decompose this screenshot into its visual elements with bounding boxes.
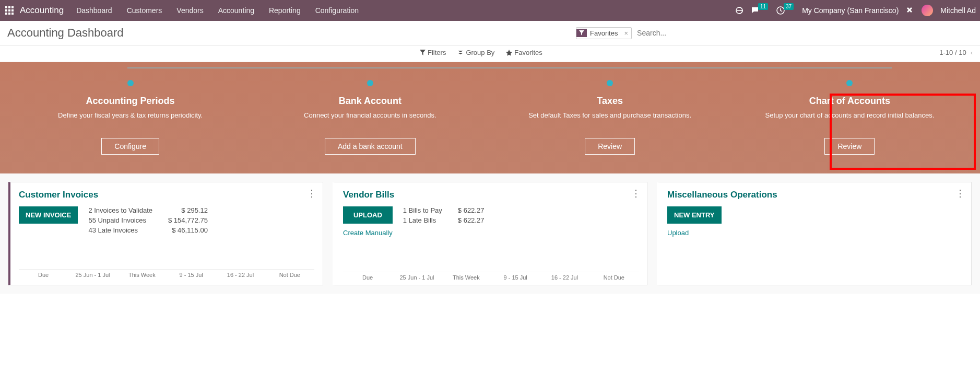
filter-icon bbox=[576, 29, 587, 37]
svg-rect-1 bbox=[8, 6, 10, 8]
facet-label: Favorites bbox=[587, 28, 621, 39]
step-taxes: Taxes Set default Taxes for sales and pu… bbox=[521, 80, 699, 155]
stat-label[interactable]: 43 Late Invoices bbox=[88, 226, 152, 234]
upload-link[interactable]: Upload bbox=[667, 229, 963, 237]
stat-amount: $ 295.12 bbox=[168, 206, 208, 214]
pager-prev[interactable]: ‹ bbox=[971, 49, 973, 56]
menu-customers[interactable]: Customers bbox=[125, 2, 164, 19]
x-label: 25 Jun - 1 Jul bbox=[392, 274, 441, 281]
search-area: Favorites × bbox=[576, 27, 973, 39]
x-label: Not Due bbox=[265, 272, 314, 278]
step-desc: Set default Taxes for sales and purchase… bbox=[521, 111, 699, 130]
stat-amount: $ 622.27 bbox=[458, 216, 485, 224]
review-coa-button[interactable]: Review bbox=[824, 138, 875, 155]
upload-button[interactable]: UPLOAD bbox=[343, 206, 393, 224]
svg-rect-8 bbox=[11, 13, 14, 15]
card-menu-icon[interactable]: ⋮ bbox=[307, 188, 316, 199]
user-name[interactable]: Mitchell Ad bbox=[940, 6, 976, 15]
step-title: Accounting Periods bbox=[42, 96, 219, 107]
step-title: Taxes bbox=[521, 96, 699, 107]
step-desc: Connect your financial accounts in secon… bbox=[281, 111, 459, 130]
step-accounting-periods: Accounting Periods Define your fiscal ye… bbox=[42, 80, 219, 155]
topbar-right: 11 37 My Company (San Francisco) Mitchel… bbox=[735, 5, 976, 16]
step-line bbox=[127, 67, 892, 68]
chart-xaxis: Due 25 Jun - 1 Jul This Week 9 - 15 Jul … bbox=[343, 274, 639, 281]
card-vendor-bills: Vendor Bills ⋮ UPLOAD Create Manually 1 … bbox=[333, 182, 647, 285]
menu-reporting[interactable]: Reporting bbox=[267, 2, 303, 19]
svg-rect-5 bbox=[11, 9, 14, 11]
app-title[interactable]: Accounting bbox=[20, 5, 64, 16]
stat-label[interactable]: 2 Invoices to Validate bbox=[88, 206, 152, 214]
stat-label[interactable]: 55 Unpaid Invoices bbox=[88, 216, 152, 224]
debug-icon[interactable] bbox=[906, 6, 914, 15]
search-facet-favorites: Favorites × bbox=[576, 27, 632, 39]
company-switcher[interactable]: My Company (San Francisco) bbox=[802, 6, 899, 15]
configure-button[interactable]: Configure bbox=[101, 138, 159, 155]
card-title[interactable]: Miscellaneous Operations bbox=[667, 190, 963, 200]
onboarding-banner: Accounting Periods Define your fiscal ye… bbox=[0, 62, 980, 173]
step-dot bbox=[367, 80, 373, 86]
control-panel: Accounting Dashboard Favorites × bbox=[0, 21, 980, 45]
svg-rect-2 bbox=[11, 6, 14, 8]
menu-accounting[interactable]: Accounting bbox=[216, 2, 256, 19]
add-bank-account-button[interactable]: Add a bank account bbox=[325, 138, 416, 155]
messages-badge: 11 bbox=[758, 3, 768, 10]
messages-icon[interactable]: 11 bbox=[751, 6, 769, 15]
new-invoice-button[interactable]: NEW INVOICE bbox=[19, 206, 78, 224]
x-label: 9 - 15 Jul bbox=[167, 272, 216, 278]
favorites-label: Favorites bbox=[514, 49, 542, 56]
create-manually-link[interactable]: Create Manually bbox=[343, 229, 393, 237]
stat-label[interactable]: 1 Late Bills bbox=[403, 216, 442, 224]
x-label: Due bbox=[19, 272, 68, 278]
bar-chart-bills bbox=[343, 246, 639, 272]
step-dot bbox=[607, 80, 613, 86]
x-label: This Week bbox=[442, 274, 491, 281]
svg-rect-3 bbox=[5, 9, 7, 11]
search-input[interactable] bbox=[635, 27, 973, 39]
menu-dashboard[interactable]: Dashboard bbox=[74, 2, 114, 19]
step-chart-of-accounts: Chart of Accounts Setup your chart of ac… bbox=[761, 80, 938, 155]
dashboard-kanban: Customer Invoices ⋮ NEW INVOICE 2 Invoic… bbox=[0, 173, 980, 294]
activities-icon[interactable]: 37 bbox=[776, 6, 795, 15]
filters-button[interactable]: Filters bbox=[420, 49, 446, 56]
svg-rect-4 bbox=[8, 9, 10, 11]
main-menu: Dashboard Customers Vendors Accounting R… bbox=[74, 2, 361, 19]
svg-rect-0 bbox=[5, 6, 7, 8]
filters-label: Filters bbox=[428, 49, 446, 56]
menu-vendors[interactable]: Vendors bbox=[174, 2, 205, 19]
card-title[interactable]: Customer Invoices bbox=[19, 190, 314, 200]
step-title: Bank Account bbox=[281, 96, 459, 107]
card-menu-icon[interactable]: ⋮ bbox=[631, 188, 641, 199]
stat-label[interactable]: 1 Bills to Pay bbox=[403, 206, 442, 214]
groupby-button[interactable]: Group By bbox=[457, 49, 494, 56]
topbar: Accounting Dashboard Customers Vendors A… bbox=[0, 0, 980, 21]
breadcrumb: Accounting Dashboard bbox=[7, 26, 124, 40]
favorites-button[interactable]: Favorites bbox=[506, 49, 542, 56]
pager: 1-10 / 10 ‹ bbox=[939, 49, 973, 56]
x-label: 16 - 22 Jul bbox=[540, 274, 589, 281]
pager-text[interactable]: 1-10 / 10 bbox=[939, 49, 966, 56]
apps-icon[interactable] bbox=[4, 5, 15, 16]
facet-remove[interactable]: × bbox=[621, 29, 631, 37]
groupby-label: Group By bbox=[466, 49, 494, 56]
x-label: 16 - 22 Jul bbox=[216, 272, 265, 278]
card-customer-invoices: Customer Invoices ⋮ NEW INVOICE 2 Invoic… bbox=[8, 182, 323, 285]
filter-row: Filters Group By Favorites 1-10 / 10 ‹ bbox=[0, 45, 980, 62]
avatar[interactable] bbox=[922, 5, 933, 16]
x-label: 9 - 15 Jul bbox=[491, 274, 540, 281]
step-dot bbox=[127, 80, 134, 86]
stat-amount: $ 622.27 bbox=[458, 206, 485, 214]
card-misc-operations: Miscellaneous Operations ⋮ NEW ENTRY Upl… bbox=[657, 182, 972, 285]
card-menu-icon[interactable]: ⋮ bbox=[955, 188, 965, 199]
support-icon[interactable] bbox=[735, 6, 743, 15]
review-taxes-button[interactable]: Review bbox=[585, 138, 635, 155]
x-label: Not Due bbox=[589, 274, 639, 281]
card-title[interactable]: Vendor Bills bbox=[343, 190, 639, 200]
svg-rect-6 bbox=[5, 13, 7, 15]
step-title: Chart of Accounts bbox=[761, 96, 938, 107]
step-dot bbox=[846, 80, 853, 86]
step-desc: Setup your chart of accounts and record … bbox=[761, 111, 938, 130]
x-label: This Week bbox=[117, 272, 167, 278]
menu-configuration[interactable]: Configuration bbox=[313, 2, 361, 19]
new-entry-button[interactable]: NEW ENTRY bbox=[667, 206, 722, 224]
